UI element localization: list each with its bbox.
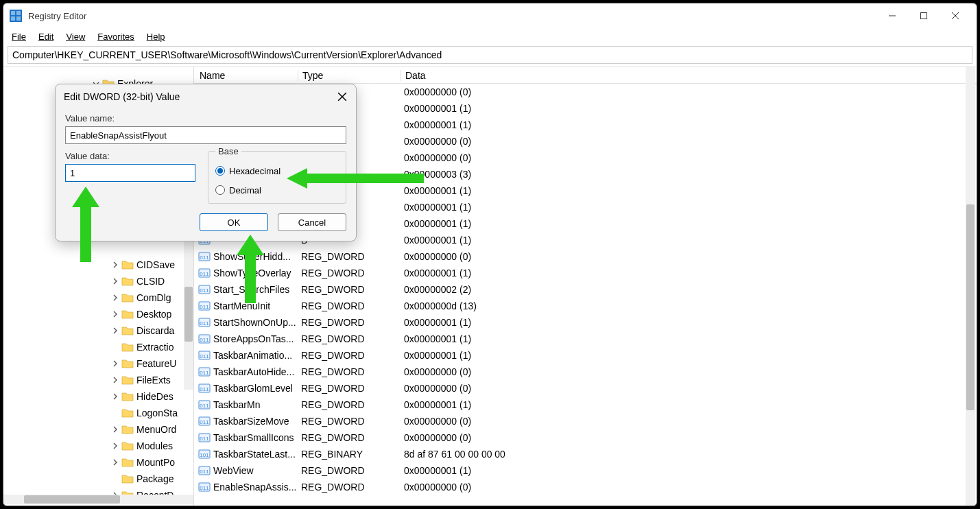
chevron-right-icon[interactable] (110, 260, 120, 270)
value-name-label: Value name: (65, 113, 346, 123)
menu-file[interactable]: File (12, 32, 26, 42)
tree-node-label: HideDes (136, 391, 174, 402)
tree-node[interactable]: FileExts (3, 372, 193, 388)
value-row[interactable]: 011Start_SearchFilesREG_DWORD0x00000002 … (194, 281, 977, 298)
svg-marker-61 (287, 168, 424, 189)
edit-dword-dialog: Edit DWORD (32-bit) Value Value name: Va… (55, 84, 357, 241)
tree-node-label: Extractio (136, 342, 174, 353)
value-type: REG_DWORD (297, 416, 400, 427)
folder-icon (121, 375, 134, 385)
svg-text:011: 011 (200, 370, 209, 376)
menu-favorites[interactable]: Favorites (97, 32, 134, 42)
tree-node-label: Modules (136, 440, 173, 451)
chevron-right-icon[interactable] (110, 441, 120, 451)
chevron-right-icon[interactable] (110, 375, 120, 385)
svg-marker-62 (72, 187, 99, 262)
value-data: 0x0000000d (13) (400, 300, 977, 311)
value-name: TaskbarMn (213, 399, 297, 410)
col-data-header[interactable]: Data (401, 70, 977, 81)
value-row[interactable]: 011TaskbarAutoHide...REG_DWORD0x00000000… (194, 364, 977, 380)
value-data-input[interactable] (65, 164, 195, 182)
folder-icon (121, 342, 134, 352)
tree-node[interactable]: FeatureU (3, 355, 193, 372)
tree-node[interactable]: Modules (3, 438, 193, 454)
tree-hscrollbar[interactable] (3, 495, 193, 504)
window-title: Registry Editor (28, 11, 86, 21)
value-data: 0x00000000 (0) (400, 86, 977, 97)
chevron-right-icon[interactable] (110, 458, 120, 467)
value-data: 0x00000001 (1) (400, 119, 977, 130)
value-type: REG_BINARY (297, 449, 400, 460)
value-row[interactable]: 011StartMenuInitREG_DWORD0x0000000d (13) (194, 298, 977, 314)
chevron-right-icon[interactable] (110, 326, 120, 335)
dword-icon: 011 (198, 283, 211, 296)
value-row[interactable]: 011EnableSnapAssis...REG_DWORD0x00000000… (194, 479, 977, 495)
value-row[interactable]: 011TaskbarSizeMoveREG_DWORD0x00000000 (0… (194, 413, 977, 429)
value-row[interactable]: 011WebViewREG_DWORD0x00000001 (1) (194, 462, 977, 479)
tree-node[interactable]: Discarda (3, 322, 193, 339)
cancel-button[interactable]: Cancel (278, 213, 346, 231)
maximize-button[interactable] (908, 3, 940, 28)
value-row[interactable]: 011TaskbarGlomLevelREG_DWORD0x00000000 (… (194, 380, 977, 396)
value-row[interactable]: 011TaskbarMnREG_DWORD0x00000001 (1) (194, 396, 977, 413)
value-row[interactable]: 011StoreAppsOnTas...REG_DWORD0x00000001 … (194, 331, 977, 347)
main-vscrollbar[interactable] (966, 67, 975, 506)
close-button[interactable] (940, 3, 971, 28)
tree-node[interactable]: HideDes (3, 388, 193, 405)
value-data: 0x00000001 (1) (400, 399, 977, 410)
tree-vscroll-thumb[interactable] (184, 287, 193, 342)
value-row[interactable]: 011ShowSuperHidd...REG_DWORD0x00000000 (… (194, 248, 977, 265)
registry-editor-window: Registry Editor File Edit View Favorites… (3, 3, 977, 506)
value-row[interactable]: 011ShowTypeOverlayREG_DWORD0x00000001 (1… (194, 265, 977, 281)
address-bar[interactable]: Computer\HKEY_CURRENT_USER\Software\Micr… (8, 46, 972, 64)
chevron-right-icon[interactable] (110, 276, 120, 286)
tree-node[interactable]: Package (3, 471, 193, 487)
chevron-right-icon[interactable] (110, 309, 120, 319)
values-header: Name Type Data (194, 67, 977, 84)
annotation-arrow-hex (287, 168, 424, 189)
value-row[interactable]: 011TaskbarSmallIconsREG_DWORD0x00000000 … (194, 429, 977, 446)
tree-node[interactable]: LogonSta (3, 405, 193, 421)
svg-text:011: 011 (200, 304, 209, 310)
chevron-right-icon[interactable] (110, 359, 120, 368)
chevron-right-icon[interactable] (110, 425, 120, 434)
col-type-header[interactable]: Type (298, 70, 401, 81)
value-data: 0x00000003 (3) (400, 169, 977, 180)
svg-text:011: 011 (200, 320, 209, 327)
tree-node-label: MountPo (136, 457, 175, 468)
folder-icon (121, 326, 134, 335)
tree-node[interactable]: MountPo (3, 454, 193, 471)
value-name: StoreAppsOnTas... (213, 333, 297, 344)
chevron-right-icon[interactable] (110, 392, 120, 401)
value-row[interactable]: 101TaskbarStateLast...REG_BINARY8d af 87… (194, 446, 977, 462)
value-name: TaskbarAutoHide... (213, 366, 297, 377)
tree-node-label: ComDlg (136, 292, 171, 303)
menu-help[interactable]: Help (147, 32, 165, 42)
tree-node[interactable]: ComDlg (3, 289, 193, 306)
tree-node[interactable]: Extractio (3, 339, 193, 355)
dword-icon: 011 (198, 431, 211, 444)
value-data: 0x00000001 (1) (400, 235, 977, 246)
col-name-header[interactable]: Name (194, 70, 298, 81)
chevron-right-icon[interactable] (110, 293, 120, 303)
tree-hscroll-thumb[interactable] (24, 495, 120, 504)
value-name-input[interactable] (65, 126, 346, 144)
value-row[interactable]: 011StartShownOnUp...REG_DWORD0x00000001 … (194, 314, 977, 331)
dialog-close-button[interactable] (335, 90, 349, 104)
tree-node[interactable]: MenuOrd (3, 421, 193, 438)
minimize-button[interactable] (876, 3, 908, 28)
value-row[interactable]: 011TaskbarAnimatio...REG_DWORD0x00000001… (194, 347, 977, 364)
value-data: 8d af 87 61 00 00 00 00 (400, 449, 977, 460)
ok-button[interactable]: OK (200, 213, 268, 231)
radio-hex-label: Hexadecimal (229, 166, 280, 176)
folder-icon (121, 474, 134, 484)
menu-view[interactable]: View (66, 32, 85, 42)
menu-edit[interactable]: Edit (38, 32, 53, 42)
tree-node[interactable]: Desktop (3, 306, 193, 322)
main-vscroll-thumb[interactable] (966, 204, 975, 410)
svg-text:011: 011 (200, 419, 209, 425)
value-type: REG_DWORD (297, 251, 400, 262)
dialog-title-text: Edit DWORD (32-bit) Value (64, 91, 180, 102)
dword-icon: 011 (198, 464, 211, 477)
tree-node[interactable]: CLSID (3, 273, 193, 289)
